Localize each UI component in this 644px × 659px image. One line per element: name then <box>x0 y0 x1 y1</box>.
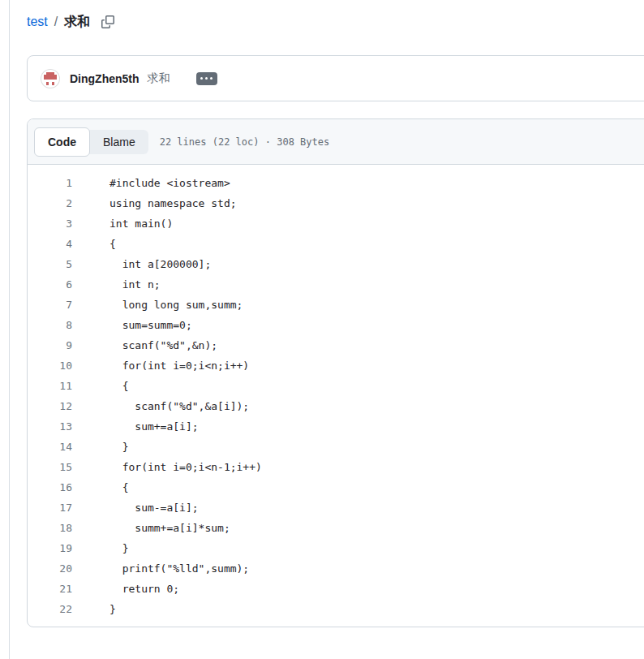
code-text: for(int i=0;i<n-1;i++) <box>72 457 262 477</box>
line-number[interactable]: 2 <box>28 193 72 213</box>
line-number[interactable]: 11 <box>28 376 72 396</box>
breadcrumb-repo-link[interactable]: test <box>27 12 48 32</box>
code-line: 3int main() <box>28 213 644 234</box>
code-line: 6 int n; <box>28 274 644 295</box>
code-text: int a[200000]; <box>72 254 211 274</box>
line-number[interactable]: 21 <box>28 579 72 599</box>
code-text: long long sum,summ; <box>72 295 243 315</box>
commit-header: DingZhen5th 求和 <box>27 55 644 101</box>
line-number[interactable]: 9 <box>28 335 72 355</box>
code-text: { <box>72 477 128 497</box>
tab-blame[interactable]: Blame <box>90 130 148 154</box>
code-text: using namespace std; <box>72 193 237 213</box>
code-text: return 0; <box>72 579 179 599</box>
code-text: } <box>72 538 128 558</box>
line-number[interactable]: 12 <box>28 396 72 416</box>
code-text: sum=summ=0; <box>72 315 192 335</box>
line-number[interactable]: 18 <box>28 518 72 538</box>
code-text: } <box>72 437 128 457</box>
breadcrumb-separator: / <box>54 12 58 32</box>
code-line: 21 return 0; <box>28 579 644 599</box>
avatar[interactable] <box>41 69 60 88</box>
code-line: 15 for(int i=0;i<n-1;i++) <box>28 457 644 477</box>
line-number[interactable]: 3 <box>28 213 72 234</box>
commit-author[interactable]: DingZhen5th <box>70 72 140 85</box>
code-line: 9 scanf("%d",&n); <box>28 335 644 355</box>
line-number[interactable]: 19 <box>28 538 72 558</box>
code-text: #include <iostream> <box>72 173 230 193</box>
code-text: { <box>72 376 128 396</box>
breadcrumb: test / 求和 <box>27 0 644 32</box>
code-line: 20 printf("%lld",summ); <box>28 558 644 579</box>
line-number[interactable]: 7 <box>28 295 72 315</box>
code-line: 13 sum+=a[i]; <box>28 416 644 437</box>
line-number[interactable]: 15 <box>28 457 72 477</box>
line-number[interactable]: 1 <box>28 173 72 193</box>
commit-message[interactable]: 求和 <box>148 71 170 86</box>
code-line: 14 } <box>28 437 644 457</box>
line-number[interactable]: 14 <box>28 437 72 457</box>
code-line: 19 } <box>28 538 644 558</box>
line-number[interactable]: 10 <box>28 355 72 376</box>
code-line: 10 for(int i=0;i<n;i++) <box>28 355 644 376</box>
line-number[interactable]: 16 <box>28 477 72 497</box>
code-text: } <box>72 599 116 619</box>
code-line: 2using namespace std; <box>28 193 644 213</box>
code-line: 12 scanf("%d",&a[i]); <box>28 396 644 416</box>
file-view-toolbar: CodeBlame 22 lines (22 loc) · 308 Bytes <box>28 119 644 165</box>
line-number[interactable]: 20 <box>28 558 72 579</box>
code-line: 7 long long sum,summ; <box>28 295 644 315</box>
code-content: 1#include <iostream>2using namespace std… <box>28 165 644 627</box>
ellipsis-icon <box>200 77 203 80</box>
copy-icon <box>101 15 114 28</box>
code-line: 8 sum=summ=0; <box>28 315 644 335</box>
line-number[interactable]: 4 <box>28 234 72 254</box>
code-text: printf("%lld",summ); <box>72 558 249 579</box>
line-number[interactable]: 22 <box>28 599 72 619</box>
code-line: 11 { <box>28 376 644 396</box>
code-blame-switcher: CodeBlame <box>34 130 148 154</box>
code-text: { <box>72 234 116 254</box>
code-line: 5 int a[200000]; <box>28 254 644 274</box>
code-text: summ+=a[i]*sum; <box>72 518 230 538</box>
file-view: CodeBlame 22 lines (22 loc) · 308 Bytes … <box>27 118 644 627</box>
file-info: 22 lines (22 loc) · 308 Bytes <box>160 136 330 148</box>
line-number[interactable]: 13 <box>28 416 72 437</box>
code-line: 1#include <iostream> <box>28 173 644 193</box>
code-text: scanf("%d",&n); <box>72 335 217 355</box>
line-number[interactable]: 6 <box>28 274 72 295</box>
code-line: 18 summ+=a[i]*sum; <box>28 518 644 538</box>
file-page: test / 求和 DingZhen5th 求和 CodeBlame 22 li… <box>27 0 644 627</box>
code-lines: 1#include <iostream>2using namespace std… <box>28 173 644 619</box>
code-text: for(int i=0;i<n;i++) <box>72 355 249 376</box>
code-text: scanf("%d",&a[i]); <box>72 396 249 416</box>
code-line: 4{ <box>28 234 644 254</box>
code-line: 22} <box>28 599 644 619</box>
breadcrumb-file-name: 求和 <box>64 12 90 32</box>
sidebar-divider <box>9 0 10 659</box>
code-line: 16 { <box>28 477 644 497</box>
line-number[interactable]: 5 <box>28 254 72 274</box>
code-text: int main() <box>72 213 173 234</box>
commit-ellipsis-button[interactable] <box>196 72 217 85</box>
code-text: int n; <box>72 274 161 295</box>
line-number[interactable]: 17 <box>28 497 72 518</box>
line-number[interactable]: 8 <box>28 315 72 335</box>
code-line: 17 sum-=a[i]; <box>28 497 644 518</box>
code-text: sum+=a[i]; <box>72 416 199 437</box>
copy-path-button[interactable] <box>101 15 114 28</box>
tab-code[interactable]: Code <box>34 127 90 157</box>
code-text: sum-=a[i]; <box>72 497 199 518</box>
